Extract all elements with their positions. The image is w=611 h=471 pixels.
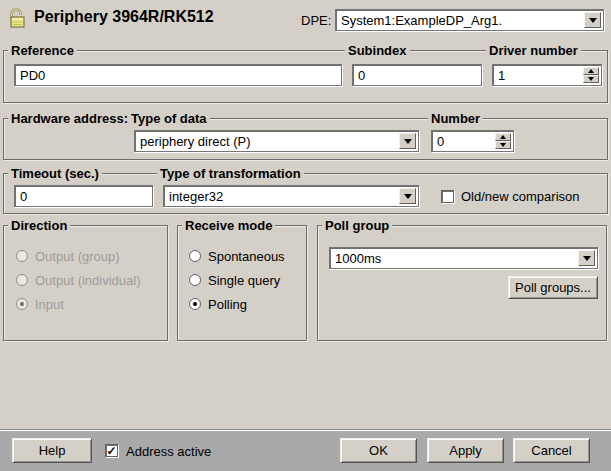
radio-icon	[16, 274, 28, 286]
ok-button[interactable]: OK	[340, 438, 417, 463]
direction-group-label: Direction	[8, 218, 70, 233]
dpe-combobox[interactable]: System1:ExampleDP_Arg1.	[335, 9, 604, 31]
hardware-address-group: Hardware address: Type of data Number pe…	[3, 118, 608, 160]
chevron-down-icon	[404, 139, 412, 144]
hardware-address-label: Hardware address:	[8, 111, 131, 126]
dpe-dropdown-button[interactable]	[584, 12, 601, 28]
transformation-label: Type of transformation	[157, 166, 304, 181]
receive-mode-group-label: Receive mode	[182, 218, 275, 233]
driver-number-value: 1	[498, 68, 505, 83]
type-of-data-label: Type of data	[128, 111, 210, 126]
driver-number-spinbox[interactable]: 1	[492, 64, 602, 86]
number-spinner	[495, 133, 511, 149]
periphery-address-dialog: Periphery 3964R/RK512 DPE: System1:Examp…	[0, 0, 611, 471]
spin-down-button[interactable]	[495, 141, 511, 149]
dpe-label: DPE:	[301, 13, 331, 28]
address-active-label: Address active	[126, 444, 211, 459]
open-padlock-icon	[7, 5, 29, 34]
number-spinbox[interactable]: 0	[431, 130, 514, 152]
apply-button[interactable]: Apply	[427, 438, 504, 463]
radio-label: Input	[35, 297, 64, 312]
apply-button-label: Apply	[449, 443, 482, 458]
old-new-comparison-checkbox[interactable]	[441, 190, 454, 203]
reference-input-value: PD0	[20, 68, 45, 83]
poll-group: Poll group 1000ms Poll groups...	[317, 225, 607, 341]
poll-group-label: Poll group	[322, 218, 392, 233]
triangle-up-icon	[500, 135, 506, 139]
poll-groups-button-label: Poll groups...	[515, 280, 591, 295]
radio-icon	[16, 250, 28, 262]
driver-number-group-label: Driver number	[486, 43, 581, 58]
poll-interval-dropdown-button[interactable]	[578, 250, 595, 266]
driver-number-spinner	[583, 67, 599, 83]
type-of-data-dropdown-button[interactable]	[399, 133, 416, 149]
receive-mode-group: Receive mode Spontaneous Single query Po…	[177, 225, 307, 341]
subindex-group-label: Subindex	[345, 43, 410, 58]
timeout-label: Timeout (sec.)	[8, 166, 102, 181]
radio-label: Single query	[208, 273, 280, 288]
poll-interval-value: 1000ms	[335, 251, 381, 266]
poll-interval-combobox[interactable]: 1000ms	[329, 247, 598, 269]
number-value: 0	[437, 134, 444, 149]
number-label: Number	[428, 111, 483, 126]
poll-groups-button[interactable]: Poll groups...	[508, 276, 598, 299]
timeout-group: Timeout (sec.) Type of transformation 0 …	[3, 173, 608, 214]
chevron-down-icon	[583, 256, 591, 261]
cancel-button-label: Cancel	[531, 443, 571, 458]
old-new-comparison-label: Old/new comparison	[461, 189, 580, 204]
type-of-data-value: periphery direct (P)	[140, 134, 251, 149]
transformation-dropdown-button[interactable]	[399, 188, 416, 204]
spin-up-button[interactable]	[583, 67, 599, 75]
radio-label: Polling	[208, 297, 247, 312]
direction-group: Direction Output (group) Output (individ…	[3, 225, 168, 341]
timeout-input[interactable]: 0	[14, 185, 153, 207]
reference-group-label: Reference	[8, 43, 77, 58]
spin-down-button[interactable]	[583, 75, 599, 83]
transformation-combobox[interactable]: integer32	[163, 185, 419, 207]
help-button-label: Help	[39, 443, 66, 458]
radio-label: Spontaneous	[208, 249, 285, 264]
footer-bar: Help ✓ Address active OK Apply Cancel	[0, 429, 611, 471]
transformation-value: integer32	[169, 189, 223, 204]
cancel-button[interactable]: Cancel	[513, 438, 590, 463]
dialog-title: Periphery 3964R/RK512	[34, 8, 214, 26]
triangle-down-icon	[588, 77, 594, 81]
chevron-down-icon	[404, 194, 412, 199]
type-of-data-combobox[interactable]: periphery direct (P)	[134, 130, 419, 152]
timeout-value: 0	[20, 189, 27, 204]
ok-button-label: OK	[369, 443, 388, 458]
spin-up-button[interactable]	[495, 133, 511, 141]
radio-icon	[189, 274, 201, 286]
help-button[interactable]: Help	[12, 438, 92, 463]
reference-input[interactable]: PD0	[14, 64, 342, 86]
radio-icon	[189, 250, 201, 262]
radio-label: Output (group)	[35, 249, 120, 264]
reference-group: Reference Subindex Driver number PD0 0 1	[3, 50, 608, 103]
triangle-down-icon	[500, 143, 506, 147]
subindex-input[interactable]: 0	[352, 64, 482, 86]
radio-icon	[189, 298, 201, 310]
dpe-combobox-value: System1:ExampleDP_Arg1.	[341, 13, 502, 28]
check-icon: ✓	[106, 446, 116, 456]
address-active-checkbox[interactable]: ✓	[105, 444, 118, 457]
chevron-down-icon	[589, 18, 597, 23]
triangle-up-icon	[588, 69, 594, 73]
radio-icon	[16, 298, 28, 310]
radio-label: Output (individual)	[35, 273, 141, 288]
subindex-input-value: 0	[358, 68, 365, 83]
